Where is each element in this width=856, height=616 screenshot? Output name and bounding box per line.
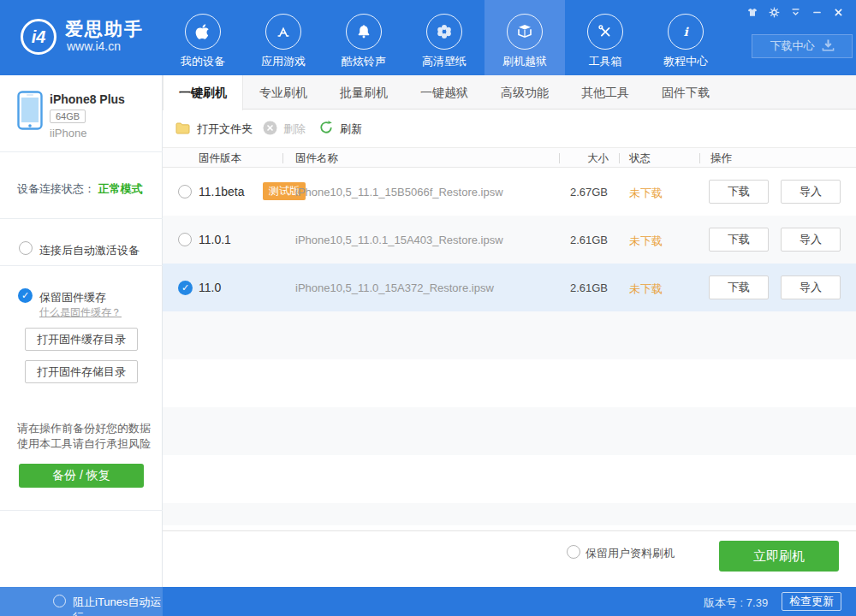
refresh-icon (318, 120, 334, 138)
refresh-label: 刷新 (340, 121, 362, 137)
tab-other-tools[interactable]: 其他工具 (565, 75, 645, 110)
version-label: 版本号 : 7.39 (704, 595, 768, 611)
import-button[interactable]: 导入 (781, 228, 841, 252)
divider (0, 218, 163, 219)
col-firmware-name: 固件名称 (295, 151, 338, 166)
tab-advanced[interactable]: 高级功能 (484, 75, 565, 110)
warning-line-1: 请在操作前备份好您的数据 (17, 421, 154, 436)
download-button[interactable]: 下载 (709, 180, 769, 204)
connection-status-value: 正常模式 (98, 182, 143, 195)
col-size: 大小 (587, 151, 609, 166)
tab-firmware-download[interactable]: 固件下载 (645, 75, 726, 110)
firmware-file-name: iPhone10,5_11.1_15B5066f_Restore.ipsw (295, 186, 503, 198)
tab-one-click-jailbreak[interactable]: 一键越狱 (404, 75, 484, 110)
open-folder-button[interactable]: 打开文件夹 (175, 110, 253, 147)
device-name: iPhone8 Plus (50, 92, 125, 106)
nav-item-ringtones[interactable]: 酷炫铃声 (324, 0, 404, 75)
info-icon: i (668, 14, 704, 50)
app-window: i4 爱思助手 www.i4.cn 我的设备 应用游戏 酷炫铃声 (0, 0, 856, 616)
nav-item-flash-jailbreak[interactable]: 刷机越狱 (484, 0, 565, 75)
nav-item-tutorials[interactable]: i 教程中心 (645, 0, 726, 75)
nav-label: 高清壁纸 (422, 54, 467, 69)
nav-label: 教程中心 (663, 54, 708, 69)
nav-item-my-devices[interactable]: 我的设备 (163, 0, 243, 75)
tab-one-click-flash[interactable]: 一键刷机 (163, 75, 243, 110)
firmware-size: 2.61GB (539, 281, 608, 294)
app-title: 爱思助手 (65, 17, 144, 41)
window-controls (746, 6, 844, 18)
nav-item-apps-games[interactable]: 应用游戏 (243, 0, 324, 75)
divider (0, 265, 163, 266)
divider (559, 153, 560, 163)
nav-label: 工具箱 (589, 54, 622, 69)
delete-label: 删除 (283, 121, 306, 137)
app-subtitle: www.i4.cn (67, 39, 121, 53)
nav-item-wallpapers[interactable]: 高清壁纸 (404, 0, 484, 75)
device-alias: iiPhone (50, 127, 86, 139)
firmware-select-radio[interactable] (178, 233, 192, 246)
import-button[interactable]: 导入 (781, 275, 841, 299)
status-bar: 阻止iTunes自动运行 版本号 : 7.39 检查更新 (0, 587, 856, 616)
cache-help-link[interactable]: 什么是固件缓存？ (39, 305, 122, 320)
tab-batch-flash[interactable]: 批量刷机 (324, 75, 404, 110)
divider (619, 153, 620, 163)
divider (163, 530, 856, 531)
firmware-size: 2.61GB (539, 234, 608, 246)
download-button[interactable]: 下载 (709, 228, 769, 252)
download-button[interactable]: 下载 (709, 275, 769, 299)
minimize-icon[interactable] (811, 6, 823, 18)
delete-icon (263, 121, 277, 138)
tab-pro-flash[interactable]: 专业刷机 (243, 75, 324, 110)
backup-restore-button[interactable]: 备份 / 恢复 (19, 464, 144, 488)
keep-cache-checkbox[interactable]: ✓ (18, 288, 33, 303)
empty-row (163, 455, 856, 503)
firmware-file-name: iPhone10,5_11.0_15A372_Restore.ipsw (295, 281, 494, 294)
minimize-to-tray-icon[interactable] (789, 6, 801, 18)
close-icon[interactable] (832, 6, 844, 18)
auto-activate-radio[interactable] (19, 241, 33, 255)
download-center-button[interactable]: 下载中心 (752, 34, 853, 58)
tab-bar: 一键刷机 专业刷机 批量刷机 一键越狱 高级功能 其他工具 固件下载 (163, 75, 856, 110)
table-row[interactable]: 11.0.1 iPhone10,5_11.0.1_15A403_Restore.… (163, 216, 856, 264)
table-header: 固件版本 固件名称 大小 状态 操作 (163, 147, 856, 168)
firmware-select-radio[interactable] (178, 185, 192, 198)
keep-user-data-radio[interactable] (567, 545, 580, 559)
firmware-version: 11.1beta (199, 185, 244, 198)
col-firmware-version: 固件版本 (199, 151, 241, 166)
block-itunes-radio[interactable] (53, 595, 66, 607)
empty-row (163, 503, 856, 525)
settings-gear-icon[interactable] (768, 6, 780, 18)
svg-text:i: i (683, 25, 689, 38)
main-nav: 我的设备 应用游戏 酷炫铃声 高清壁纸 (163, 0, 726, 75)
package-icon (507, 14, 543, 50)
firmware-version: 11.0.1 (199, 233, 231, 246)
table-row[interactable]: 11.1beta 测试版 iPhone10,5_11.1_15B5066f_Re… (163, 168, 856, 216)
delete-button[interactable]: 删除 (263, 110, 306, 147)
col-actions: 操作 (710, 151, 732, 166)
skin-icon[interactable] (746, 6, 758, 18)
download-icon (822, 39, 835, 54)
flash-action-bar: 保留用户资料刷机 立即刷机 (163, 525, 856, 587)
sidebar: iPhone8 Plus 64GB iiPhone 设备连接状态： 正常模式 连… (0, 75, 163, 587)
main-panel: 一键刷机 专业刷机 批量刷机 一键越狱 高级功能 其他工具 固件下载 打开文件夹… (163, 75, 856, 587)
firmware-select-radio-checked[interactable]: ✓ (178, 281, 193, 295)
toolbar: 打开文件夹 删除 刷新 (163, 110, 856, 147)
nav-label: 酷炫铃声 (342, 54, 386, 69)
iphone-device-icon (17, 91, 43, 133)
firmware-size: 2.67GB (539, 186, 608, 198)
nav-label: 应用游戏 (261, 54, 306, 69)
flash-now-button[interactable]: 立即刷机 (719, 541, 839, 572)
refresh-button[interactable]: 刷新 (318, 110, 362, 147)
check-update-button[interactable]: 检查更新 (782, 592, 841, 611)
nav-item-toolbox[interactable]: 工具箱 (565, 0, 645, 75)
status-bar-left: 阻止iTunes自动运行 (0, 587, 163, 616)
empty-row (163, 407, 856, 455)
table-row-selected[interactable]: ✓ 11.0 iPhone10,5_11.0_15A372_Restore.ip… (163, 264, 856, 311)
import-button[interactable]: 导入 (781, 180, 841, 204)
keep-user-data-label: 保留用户资料刷机 (586, 546, 675, 561)
app-header: i4 爱思助手 www.i4.cn 我的设备 应用游戏 酷炫铃声 (0, 0, 856, 75)
keep-cache-label: 保留固件缓存 (39, 290, 106, 305)
open-storage-dir-button[interactable]: 打开固件存储目录 (25, 360, 138, 383)
col-status: 状态 (629, 151, 651, 166)
open-cache-dir-button[interactable]: 打开固件缓存目录 (25, 328, 138, 351)
